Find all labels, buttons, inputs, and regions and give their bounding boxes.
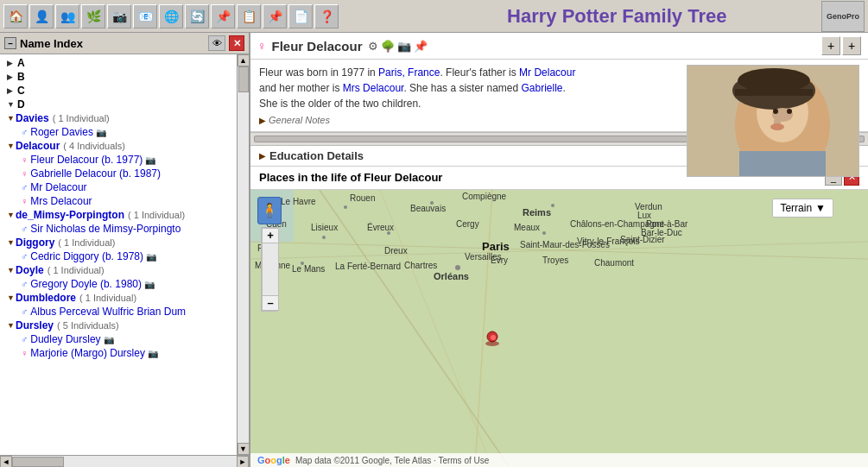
- person-link[interactable]: Sir Nicholas de Mimsy-Porpingto: [30, 223, 181, 235]
- scroll-right-button[interactable]: ►: [237, 456, 249, 468]
- letter-c[interactable]: ▶ C: [0, 84, 237, 98]
- map-label-meaux: Meaux: [514, 223, 540, 232]
- davies-group: ▼ Davies ( 1 Individual) ♂ Roger Davies …: [0, 111, 237, 139]
- add-button1[interactable]: +: [821, 36, 840, 55]
- svg-point-21: [344, 205, 347, 209]
- de-mimsy-group-header[interactable]: ▼ de_Mimsy-Porpington ( 1 Individual): [3, 208, 237, 222]
- sister-link[interactable]: Gabrielle: [521, 82, 562, 94]
- map-svg: [250, 190, 868, 468]
- map-container[interactable]: Le Havre Rouen Compiègne Beauvais Reims …: [250, 190, 868, 468]
- dumbledore-group-header[interactable]: ▼ Dumbledore ( 1 Individual): [3, 291, 237, 305]
- gender-male-icon: ♂: [21, 127, 28, 137]
- photo-icon[interactable]: 📷: [107, 4, 131, 28]
- email-icon[interactable]: 📧: [133, 4, 157, 28]
- list-item[interactable]: ♂ Albus Perceval Wulfric Brian Dum: [3, 305, 237, 319]
- person-tool-icon3[interactable]: 📷: [397, 40, 411, 53]
- left-bottom-scrollbar[interactable]: ◄ ►: [0, 455, 249, 467]
- family-icon[interactable]: 👥: [55, 4, 79, 28]
- pin2-icon[interactable]: 📌: [263, 4, 287, 28]
- list-item[interactable]: ♂ Mr Delacour: [3, 180, 237, 194]
- list-item[interactable]: ♀ Marjorie (Margo) Dursley 📷: [3, 346, 237, 360]
- collapse-button[interactable]: –: [4, 37, 16, 49]
- main-area: – Name Index 👁 ✕ ▶ A ▶ B: [0, 33, 868, 467]
- dursley-group: ▼ Dursley ( 5 Individuals) ♂ Dudley Durs…: [0, 319, 237, 360]
- person-icon[interactable]: 👤: [29, 4, 54, 28]
- map-label-ferte: La Ferté-Bernard: [335, 262, 401, 271]
- de-mimsy-surname[interactable]: de_Mimsy-Porpington: [16, 209, 124, 221]
- scroll-down-button[interactable]: ▼: [238, 443, 250, 455]
- close-button[interactable]: ✕: [229, 35, 244, 51]
- map-label-paris: Paris: [482, 240, 510, 253]
- scroll-up-button[interactable]: ▲: [238, 54, 250, 66]
- pin-icon[interactable]: 📌: [211, 4, 235, 28]
- person-link[interactable]: Gregory Doyle (b. 1980): [30, 278, 142, 290]
- doyle-surname[interactable]: Doyle: [16, 264, 44, 276]
- person-link[interactable]: Marjorie (Margo) Dursley: [30, 347, 145, 359]
- person-link[interactable]: Roger Davies: [30, 126, 93, 138]
- delacour-group-header[interactable]: ▼ Delacour ( 4 Individuals): [3, 139, 237, 153]
- list-item[interactable]: ♂ Roger Davies 📷: [3, 125, 237, 139]
- left-scrollbar[interactable]: ▲ ▼: [237, 54, 249, 455]
- zoom-in-button[interactable]: +: [262, 228, 279, 243]
- person-name-title: Fleur Delacour: [272, 39, 363, 54]
- web-icon[interactable]: 🌐: [159, 4, 183, 28]
- add-button2[interactable]: +: [842, 36, 861, 55]
- person-link[interactable]: Fleur Delacour (b. 1977): [30, 154, 143, 166]
- davies-group-header[interactable]: ▼ Davies ( 1 Individual): [3, 111, 237, 125]
- person-tool-icon4[interactable]: 📌: [414, 40, 428, 53]
- eye-icon[interactable]: 👁: [208, 35, 225, 51]
- tree-icon[interactable]: 🌿: [81, 4, 105, 28]
- genopro-logo: GenoPro: [821, 1, 865, 32]
- letter-a[interactable]: ▶ A: [0, 56, 237, 70]
- map-label-bar-le-duc: Bar-le-Duc: [641, 228, 682, 237]
- name-index-title: Name Index: [20, 37, 205, 50]
- home-icon[interactable]: 🏠: [3, 4, 28, 28]
- diggory-surname[interactable]: Diggory: [16, 237, 54, 249]
- scroll-thumb[interactable]: [238, 66, 249, 92]
- list-item[interactable]: ♀ Gabrielle Delacour (b. 1987): [3, 167, 237, 180]
- doyle-group-header[interactable]: ▼ Doyle ( 1 Individual): [3, 263, 237, 277]
- hscroll-thumb[interactable]: [12, 457, 64, 467]
- map-label-le-mans: Le Mans: [292, 264, 325, 274]
- map-zoom-control: + –: [261, 227, 278, 312]
- map-label-dreux: Dreux: [384, 246, 408, 256]
- paris-link[interactable]: Paris, France: [378, 66, 440, 79]
- father-link[interactable]: Mr Delacour: [519, 66, 575, 79]
- notes-arrow-icon: ▶: [259, 114, 266, 127]
- clipboard-icon[interactable]: 📋: [237, 4, 261, 28]
- doc-icon[interactable]: 📄: [288, 4, 313, 28]
- delacour-surname[interactable]: Delacour: [16, 140, 60, 152]
- davies-surname[interactable]: Davies: [16, 112, 49, 124]
- svg-point-8: [787, 109, 792, 114]
- person-link[interactable]: Mr Delacour: [30, 181, 86, 193]
- list-item[interactable]: ♂ Cedric Diggory (b. 1978) 📷: [3, 249, 237, 263]
- person-tool-icon1[interactable]: ⚙: [368, 40, 378, 53]
- diggory-group-header[interactable]: ▼ Diggory ( 1 Individual): [3, 236, 237, 249]
- street-view-button[interactable]: 🧍: [257, 197, 282, 224]
- person-link[interactable]: Cedric Diggory (b. 1978): [30, 250, 143, 262]
- app-title: Harry Potter Family Tree: [413, 5, 822, 28]
- sync-icon[interactable]: 🔄: [185, 4, 209, 28]
- education-title: Education Details: [269, 149, 364, 162]
- zoom-out-button[interactable]: –: [262, 295, 279, 311]
- list-item[interactable]: ♂ Dudley Dursley 📷: [3, 332, 237, 346]
- mother-link[interactable]: Mrs Delacour: [343, 82, 404, 94]
- letter-d[interactable]: ▼ D: [0, 98, 237, 111]
- dursley-surname[interactable]: Dursley: [16, 319, 54, 331]
- person-link[interactable]: Mrs Delacour: [30, 195, 92, 207]
- person-tool-icon2[interactable]: 🌳: [381, 40, 395, 53]
- list-item[interactable]: ♂ Gregory Doyle (b. 1980) 📷: [3, 277, 237, 291]
- dumbledore-surname[interactable]: Dumbledore: [16, 292, 76, 304]
- person-link[interactable]: Albus Perceval Wulfric Brian Dum: [30, 306, 186, 318]
- list-item[interactable]: ♀ Fleur Delacour (b. 1977) 📷: [3, 153, 237, 167]
- scroll-left-button[interactable]: ◄: [0, 456, 12, 468]
- dursley-group-header[interactable]: ▼ Dursley ( 5 Individuals): [3, 319, 237, 332]
- list-item[interactable]: ♀ Mrs Delacour: [3, 194, 237, 208]
- terrain-button[interactable]: Terrain ▼: [772, 199, 833, 218]
- help-icon[interactable]: ❓: [314, 4, 339, 28]
- delacour-group: ▼ Delacour ( 4 Individuals) ♀ Fleur Dela…: [0, 139, 237, 208]
- letter-b[interactable]: ▶ B: [0, 70, 237, 84]
- person-link[interactable]: Dudley Dursley: [30, 333, 100, 345]
- list-item[interactable]: ♂ Sir Nicholas de Mimsy-Porpingto: [3, 222, 237, 236]
- person-link[interactable]: Gabrielle Delacour (b. 1987): [30, 167, 161, 180]
